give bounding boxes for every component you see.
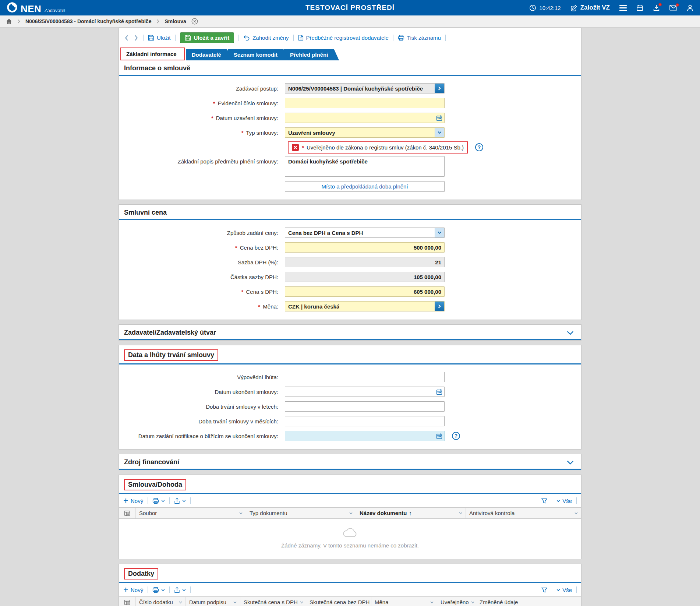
column-header-datum-podpisu[interactable]: Datum podpisu [186, 597, 240, 606]
calendar-button[interactable] [435, 432, 443, 440]
print-grid-button[interactable] [152, 498, 165, 504]
filter-chevron-icon[interactable] [298, 601, 303, 603]
filter-chevron-icon[interactable] [177, 601, 182, 603]
filter-chevron-icon[interactable] [231, 601, 237, 603]
field-label: Způsob zadání ceny: [119, 230, 282, 236]
lookup-button[interactable] [435, 84, 444, 93]
grid-settings-cell[interactable] [119, 597, 136, 606]
calendar-button[interactable] [435, 114, 443, 121]
help-icon[interactable]: ? [452, 432, 460, 440]
column-header-uverejneno[interactable]: Uveřejněno [437, 597, 476, 606]
calendar-button[interactable] [435, 388, 443, 395]
typ-smlouvy-select[interactable]: Uzavření smlouvy [285, 127, 445, 138]
save-icon [148, 35, 154, 41]
home-icon[interactable] [6, 18, 12, 24]
show-all-button[interactable]: Vše [556, 498, 572, 504]
breadcrumb-procedure[interactable]: N006/25/V00004583 - Domácí kuchyňské spo… [25, 18, 151, 24]
popis-predmetu-textarea[interactable]: Domácí kuchyňské spotřebiče [285, 156, 445, 177]
sazba-dph-field[interactable]: 21 [285, 257, 445, 267]
print-grid-button[interactable] [152, 587, 165, 593]
form-row: * Datum uzavření smlouvy: [119, 110, 581, 125]
grid-settings-cell[interactable] [119, 508, 136, 518]
tab-seznam-komodit[interactable]: Seznam komodit [228, 49, 289, 60]
tab-dodavatele[interactable]: Dodavatelé [186, 49, 232, 60]
chevron-down-icon[interactable] [565, 459, 576, 465]
nen-brand[interactable]: NEN Zadavatel [7, 2, 66, 14]
form-row: * Cena bez DPH: 500 000,00 [119, 240, 581, 255]
close-tab-icon[interactable] [191, 18, 198, 25]
filter-chevron-icon[interactable] [237, 512, 243, 514]
column-header-soubor[interactable]: Soubor [136, 508, 246, 518]
column-header-nazev-dokumentu[interactable]: Název dokumentu ↑ [356, 508, 466, 518]
export-grid-button[interactable] [174, 587, 186, 593]
field-label: Datum zaslání notifikace o blížícím se u… [119, 433, 282, 439]
toolbar-separator [445, 35, 446, 41]
column-header-zmenene-udaje[interactable]: Změněné údaje [476, 597, 581, 606]
prev-record-button[interactable] [124, 35, 129, 41]
lookup-button[interactable] [435, 302, 444, 311]
column-header-cislo-dodatku[interactable]: Číslo dodatku [136, 597, 186, 606]
downloads-icon[interactable] [653, 4, 660, 11]
form-row: Doba trvání smlouvy v letech: [119, 399, 581, 414]
mena-field[interactable]: CZK | koruna česká [285, 301, 445, 311]
create-vz-button[interactable]: Založit VZ [570, 4, 610, 11]
show-all-button[interactable]: Vše [556, 587, 572, 593]
filter-chevron-icon[interactable] [469, 601, 474, 603]
registry-annotation: * Uveřejněno dle zákona o registru smluv… [288, 141, 468, 154]
doba-trvani-mesicich-input[interactable] [285, 416, 445, 426]
grid-settings-icon [124, 599, 130, 605]
datum-uzavreni-smlouvy-input[interactable] [285, 113, 445, 123]
column-header-skutecna-cena-s-dph[interactable]: Skutečná cena s DPH [240, 597, 306, 606]
save-and-close-button[interactable]: Uložit a zavřít [180, 32, 234, 43]
misto-a-doba-plneni-button[interactable]: Místo a předpokládaná doba plnění [285, 181, 445, 192]
datum-ukonceni-smlouvy-input[interactable] [285, 387, 445, 397]
export-grid-button[interactable] [174, 498, 186, 504]
record-toolbar: Uložit Uložit a zavřít Zahodit změny [119, 28, 581, 46]
zadavaci-postup-field[interactable]: N006/25/V00004583 | Domácí kuchyňské spo… [285, 83, 445, 94]
new-record-button[interactable]: Nový [123, 587, 143, 593]
calendar-icon[interactable] [636, 4, 643, 11]
select-dropdown-button[interactable] [435, 128, 444, 137]
filter-chevron-icon[interactable] [457, 512, 462, 514]
castka-sazby-dph-field[interactable]: 105 000,00 [285, 272, 445, 282]
cena-bez-dph-input[interactable]: 500 000,00 [285, 242, 445, 253]
cena-s-dph-input[interactable]: 605 000,00 [285, 286, 445, 297]
column-header-skutecna-cena-bez-dph[interactable]: Skutečná cena bez DPH [306, 597, 371, 606]
column-header-typ-dokumentu[interactable]: Typ dokumentu [246, 508, 356, 518]
section-header-zdroj[interactable]: Zdroj financování [119, 454, 581, 470]
vypovedni-lhuta-input[interactable] [285, 372, 445, 382]
tab-prehled-plneni[interactable]: Přehled plnění [284, 49, 339, 60]
messages-icon[interactable] [669, 5, 677, 11]
zpusob-zadani-ceny-select[interactable]: Cena bez DPH a Cena s DPH [285, 228, 445, 238]
filter-chevron-icon[interactable] [572, 512, 578, 514]
select-dropdown-button[interactable] [435, 228, 444, 237]
toolbar-separator [190, 586, 191, 593]
discard-changes-button[interactable]: Zahodit změny [243, 35, 289, 41]
filter-button[interactable] [541, 498, 547, 504]
preregister-supplier-button[interactable]: Předběžně registrovat dodavatele [298, 35, 389, 41]
save-button[interactable]: Uložit [148, 35, 171, 41]
section-header-zadavatel[interactable]: Zadavatel/Zadavatelský útvar [119, 325, 581, 340]
filter-chevron-icon[interactable] [428, 601, 434, 603]
registry-checkbox-error-icon[interactable] [292, 144, 299, 151]
chevron-down-icon [556, 500, 560, 502]
column-header-antivirova-kontrola[interactable]: Antivirová kontrola [466, 508, 581, 518]
datum-notifikace-input[interactable] [285, 431, 445, 441]
tab-zakladni-informace[interactable]: Základní informace [121, 48, 184, 60]
tab-label: Seznam komodit [234, 52, 277, 58]
new-record-button[interactable]: Nový [123, 498, 143, 504]
app-role: Zadavatel [44, 8, 65, 13]
form-row: Výpovědní lhůta: [119, 370, 581, 384]
filter-chevron-icon[interactable] [347, 512, 353, 514]
column-header-mena[interactable]: Měna [371, 597, 437, 606]
print-record-button[interactable]: Tisk záznamu [398, 35, 441, 41]
help-icon[interactable]: ? [475, 143, 483, 151]
menu-icon[interactable] [619, 5, 627, 11]
filter-button[interactable] [541, 587, 547, 593]
next-record-button[interactable] [134, 35, 139, 41]
chevron-down-icon[interactable] [565, 330, 576, 336]
user-icon[interactable] [687, 4, 693, 11]
required-mark: * [258, 303, 260, 310]
doba-trvani-letech-input[interactable] [285, 401, 445, 412]
evidencni-cislo-smlouvy-input[interactable] [285, 98, 445, 108]
